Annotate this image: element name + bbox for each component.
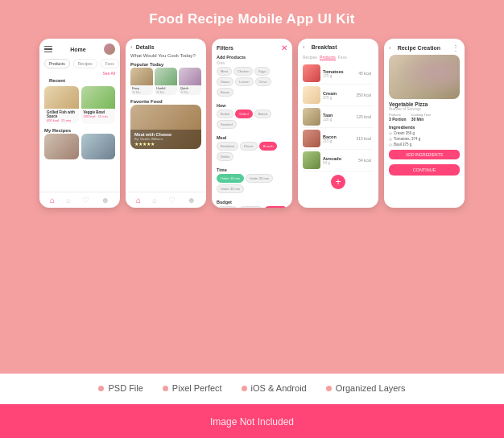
recipe-stats: Portions 3 Portion Cooking Time 30 Min (389, 113, 460, 122)
nav-profile-icon[interactable]: ☻ (101, 196, 109, 205)
pop-card-1[interactable]: Easy 30 Min (130, 68, 153, 95)
ph2-nav-profile[interactable]: ☻ (187, 196, 196, 205)
filter-how: How (217, 103, 287, 108)
pop-img-2 (155, 68, 177, 85)
ph2-nav-search[interactable]: ⌕ (152, 196, 157, 205)
recipe-card-1[interactable] (44, 134, 79, 159)
chip-boiled[interactable]: Boiled (217, 110, 233, 118)
continue-button[interactable]: CONTINUE (389, 164, 460, 176)
close-icon[interactable]: ✕ (281, 43, 287, 52)
time-section: Time Under 10 min Under 30 min Under 30 … (212, 167, 292, 195)
ingredient-tomatoes[interactable]: Tomatoes 175 g 45 kcal (303, 63, 374, 85)
chip-baked[interactable]: Baked (254, 110, 271, 118)
see-all[interactable]: See All (102, 71, 115, 76)
stat-portions: Portions 3 Portion (389, 113, 407, 122)
bacon-name: Bacon (323, 134, 337, 139)
more-dots-icon[interactable]: ⋮ (452, 43, 460, 52)
nav-search-icon[interactable]: ⌕ (66, 196, 71, 205)
pop-name-1: Easy (130, 85, 153, 91)
nav-heart-icon[interactable]: ♡ (82, 196, 89, 205)
chip-under30a[interactable]: Under 30 min (246, 174, 273, 183)
food-card-2[interactable]: Veggie Bowl 320 kcal · 15 min (81, 86, 116, 124)
tab-recipes[interactable]: Recipes (73, 59, 97, 68)
chip-breakfast[interactable]: Breakfast (217, 142, 238, 151)
ph2-nav-home[interactable]: ⌂ (136, 196, 141, 205)
filter-time: Time (217, 167, 287, 172)
tab-products[interactable]: Products (44, 59, 70, 68)
ph4-back-button[interactable]: ‹ (303, 43, 305, 51)
feature-dot-layers (326, 386, 332, 391)
chip-under5[interactable]: Under $5 (217, 206, 238, 208)
tomato-name: Tomatoes (323, 69, 344, 74)
chip-chicken[interactable]: Chicken (233, 67, 253, 76)
chip-eggs[interactable]: Eggs (254, 67, 270, 76)
ph2-nav-heart[interactable]: ♡ (168, 196, 176, 205)
bacon-kcal: 215 kcal (356, 136, 371, 141)
feature-dot-pixel (163, 386, 168, 391)
feature-psd: PSD File (98, 383, 143, 393)
chip-drinks[interactable]: Drinks (217, 152, 233, 161)
food-card-1[interactable]: Grilled Fish with Sauce 400 kcal · 25 mi… (44, 86, 79, 124)
fav-card[interactable]: Meat with Cheese By: Gustite Williams ★★… (130, 105, 201, 149)
chip-clove[interactable]: Clove (255, 77, 271, 86)
chip-grilled[interactable]: Grilled (235, 110, 253, 118)
ingredient-bacon[interactable]: Bacon 215 g 215 kcal (303, 128, 374, 150)
ingredients-title: Ingredients (389, 123, 460, 130)
food-img-2 (81, 86, 116, 109)
ph5-back-button[interactable]: ‹ (389, 44, 391, 52)
chip-under15[interactable]: Under $15 (264, 206, 287, 208)
ph5-header: ‹ Recipe Creation ⋮ (384, 39, 465, 55)
ph3-title: Filters (217, 45, 233, 51)
recipe-hero-overlay (389, 55, 460, 99)
chip-bacon[interactable]: Bacon (217, 88, 233, 97)
chip-brunch[interactable]: Brunch (259, 142, 278, 151)
chip-smoked[interactable]: Smoked (217, 120, 237, 129)
ingredient-list: Tomatoes 175 g 45 kcal Cream 375 g 350 k… (298, 63, 378, 171)
tomato-weight: 175 g (323, 74, 344, 78)
add-ingredient-button[interactable]: + (331, 175, 345, 189)
menu-icon[interactable] (44, 46, 52, 53)
pop-img-3 (179, 68, 201, 85)
chip-lemon[interactable]: Lemon (235, 77, 253, 86)
ph2-nav: ⌂ ⌕ ♡ ☻ (126, 192, 206, 208)
recipe-card-2[interactable] (81, 134, 116, 159)
ingredient-avocado[interactable]: Avocado 54 g 54 kcal (303, 150, 374, 171)
feature-layers: Organized Layers (326, 383, 406, 393)
ing-item-3: Basil 375 g (389, 142, 460, 147)
pop-meta-3: 30 Min (179, 91, 201, 95)
food-meta-2: 320 kcal · 15 min (81, 114, 116, 120)
phone-filters: Filters ✕ Add Products Crea Meat Chicken… (212, 39, 292, 208)
tab-favs[interactable]: Favs (101, 59, 119, 68)
food-meta-1: 400 kcal · 25 min (44, 118, 79, 124)
nav-home-icon[interactable]: ⌂ (50, 196, 55, 205)
fav-overlay: Meat with Cheese By: Gustite Williams ★★… (130, 130, 201, 149)
meal-chips: Breakfast Dinner Brunch Drinks (217, 142, 287, 161)
chip-under10[interactable]: Under 10 min (217, 174, 244, 183)
taan-kcal: 120 kcal (356, 114, 371, 119)
ingredient-taan[interactable]: Taan 120 g 120 kcal (303, 106, 374, 128)
back-button[interactable]: ‹ (130, 43, 133, 51)
chip-meat[interactable]: Meat (217, 67, 232, 76)
phone-details: ‹ Details What Would You Cook Today? Pop… (126, 39, 206, 208)
avocado-name: Avocado (323, 156, 341, 161)
chip-sauce[interactable]: Sauce (217, 77, 233, 86)
ph3-header: Filters ✕ (212, 39, 292, 55)
ingredient-cream[interactable]: Cream 375 g 350 kcal (303, 85, 374, 106)
food-grid: Grilled Fish with Sauce 400 kcal · 25 mi… (39, 86, 120, 126)
feature-pixel-label: Pixel Perfect (172, 383, 222, 393)
food-name-1: Grilled Fish with Sauce (44, 109, 79, 118)
pop-card-3[interactable]: Quick 30 Min (179, 68, 201, 95)
chip-under30b[interactable]: Under 30 min (217, 184, 244, 193)
ph4-tab-favs[interactable]: Favs (338, 55, 347, 60)
tabs-row: Products Recipes Favs (39, 56, 120, 71)
pop-img-1 (130, 68, 153, 85)
chip-dinner[interactable]: Dinner (240, 142, 258, 151)
popular-label: Popular Today (126, 60, 206, 68)
ph4-tab-recipes[interactable]: Recipes (303, 55, 317, 60)
add-ingredients-button[interactable]: ADD INGREDIENTS (389, 150, 460, 159)
chip-under10[interactable]: Under $10 (239, 206, 262, 208)
pop-card-2[interactable]: Useful 30 Min (155, 68, 177, 95)
ph4-tab-products[interactable]: Products (320, 55, 336, 60)
feature-pixel: Pixel Perfect (163, 383, 222, 393)
recipe-hero-image (389, 55, 460, 99)
